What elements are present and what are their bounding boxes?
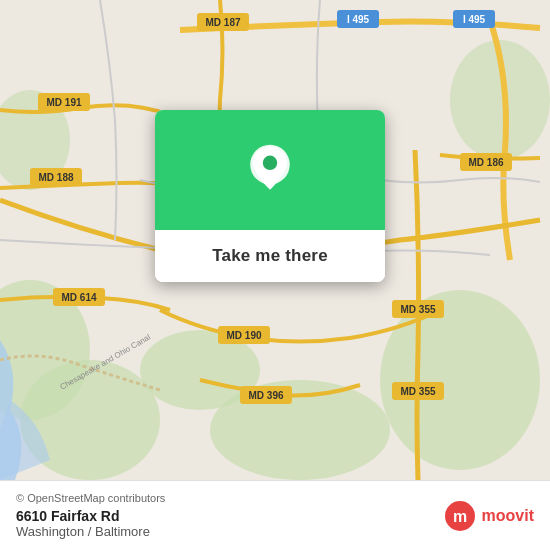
- address-line: 6610 Fairfax Rd: [16, 508, 120, 524]
- svg-point-33: [263, 156, 277, 170]
- map-container: MD 187 I 495 I 495 MD 191 MD 188 MD 186 …: [0, 0, 550, 480]
- svg-text:I 495: I 495: [347, 14, 370, 25]
- take-me-there-button[interactable]: Take me there: [155, 230, 385, 282]
- svg-text:MD 186: MD 186: [468, 157, 503, 168]
- svg-text:MD 614: MD 614: [61, 292, 96, 303]
- svg-text:MD 396: MD 396: [248, 390, 283, 401]
- svg-text:MD 191: MD 191: [46, 97, 81, 108]
- svg-text:MD 187: MD 187: [205, 17, 240, 28]
- moovit-logo: m moovit: [444, 500, 534, 532]
- city-line: Washington / Baltimore: [16, 524, 150, 539]
- svg-text:I 495: I 495: [463, 14, 486, 25]
- svg-text:MD 355: MD 355: [400, 304, 435, 315]
- moovit-icon: m: [444, 500, 476, 532]
- moovit-text: moovit: [482, 507, 534, 525]
- popup-green-header: [155, 110, 385, 230]
- location-info: © OpenStreetMap contributors 6610 Fairfa…: [16, 492, 165, 539]
- svg-text:m: m: [452, 508, 466, 525]
- popup-card: Take me there: [155, 110, 385, 282]
- location-pin-icon: [243, 143, 297, 197]
- svg-text:MD 190: MD 190: [226, 330, 261, 341]
- svg-text:MD 188: MD 188: [38, 172, 73, 183]
- bottom-bar: © OpenStreetMap contributors 6610 Fairfa…: [0, 480, 550, 550]
- map-attribution: © OpenStreetMap contributors: [16, 492, 165, 504]
- svg-text:MD 355: MD 355: [400, 386, 435, 397]
